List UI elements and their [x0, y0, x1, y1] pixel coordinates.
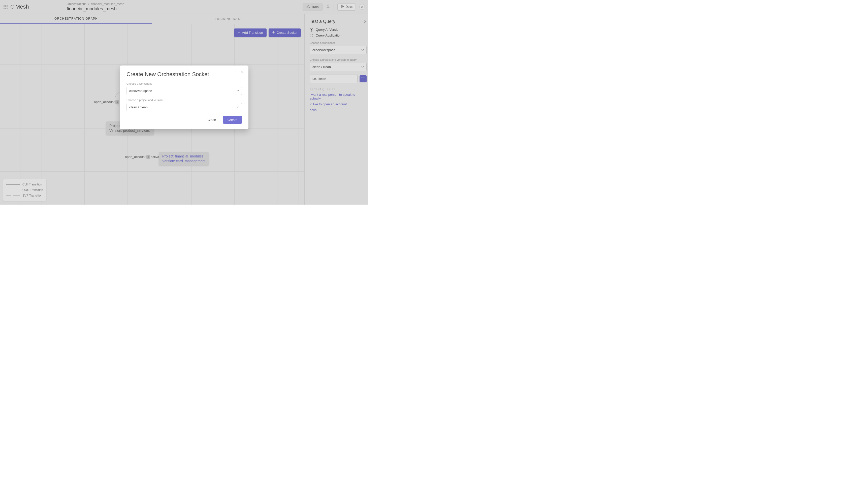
caret-down-icon [237, 89, 239, 93]
modal-projectversion-label: Choose a project and version [126, 98, 242, 101]
modal-projectversion-select[interactable]: clean / clean [126, 103, 242, 111]
modal-workspace-value: clincWorkspace [129, 89, 152, 93]
modal-footer: Close Create [126, 116, 242, 124]
create-button[interactable]: Create [223, 116, 242, 124]
modal-workspace-select[interactable]: clincWorkspace [126, 87, 242, 95]
modal-title: Create New Orchestration Socket [126, 71, 242, 78]
close-icon[interactable]: ✕ [241, 70, 244, 74]
modal-overlay[interactable]: ✕ Create New Orchestration Socket Choose… [0, 0, 368, 205]
modal-projectversion-value: clean / clean [129, 105, 148, 109]
caret-down-icon [237, 105, 239, 109]
modal-workspace-label: Choose a workspace [126, 82, 242, 85]
create-socket-modal: ✕ Create New Orchestration Socket Choose… [120, 65, 248, 129]
close-button[interactable]: Close [203, 116, 220, 124]
